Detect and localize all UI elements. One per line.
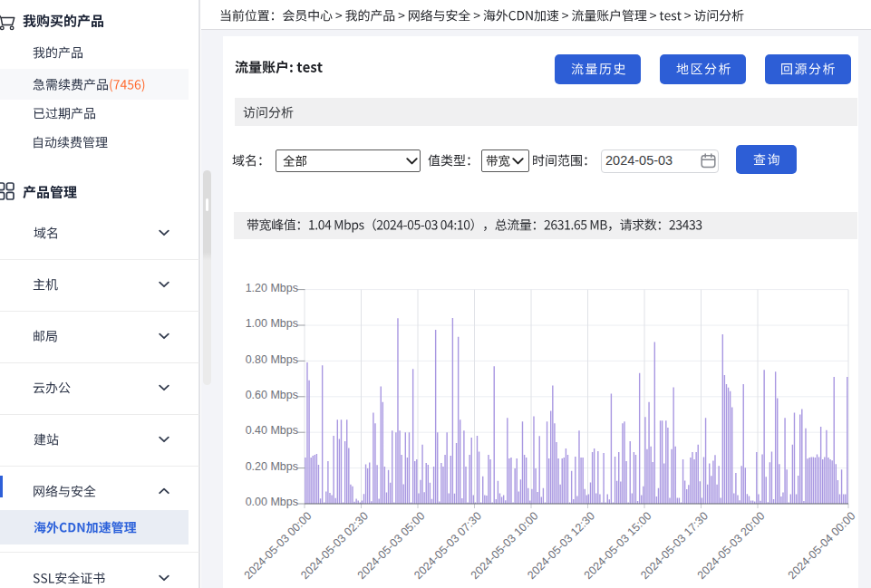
svg-text:1.20 Mbps: 1.20 Mbps bbox=[246, 282, 298, 294]
svg-text:0.20 Mbps: 0.20 Mbps bbox=[246, 460, 298, 473]
svg-text:0.40 Mbps: 0.40 Mbps bbox=[246, 424, 298, 437]
svg-text:0.80 Mbps: 0.80 Mbps bbox=[246, 353, 298, 366]
svg-text:1.00 Mbps: 1.00 Mbps bbox=[246, 317, 298, 330]
svg-text:0.60 Mbps: 0.60 Mbps bbox=[246, 389, 298, 401]
svg-text:2024-05-04 00:00: 2024-05-04 00:00 bbox=[786, 509, 858, 582]
svg-text:0.00 Mbps: 0.00 Mbps bbox=[246, 496, 298, 508]
